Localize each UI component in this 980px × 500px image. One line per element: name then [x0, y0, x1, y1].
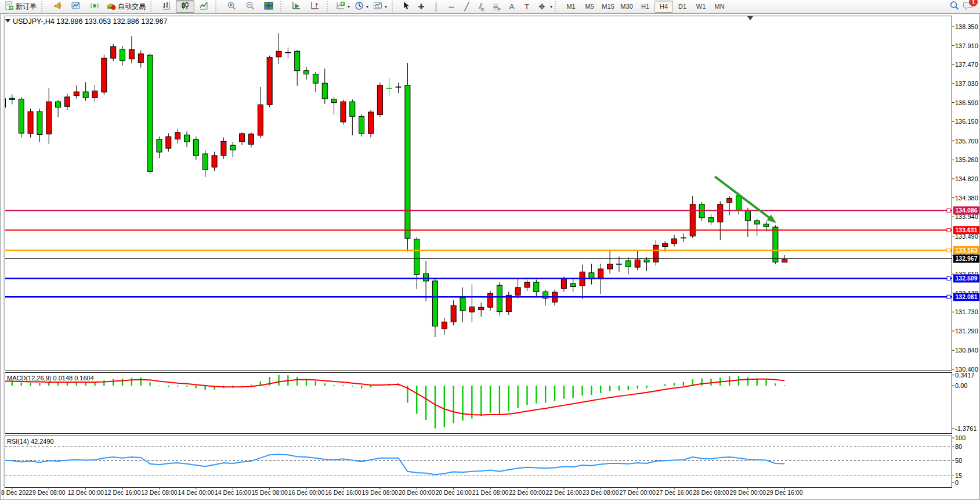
new-order-button[interactable]: 新订单: [2, 0, 39, 13]
periods-button[interactable]: ▾: [352, 0, 371, 13]
svg-text:137.470: 137.470: [955, 61, 978, 68]
svg-text:15: 15: [955, 472, 962, 479]
svg-text:12 Dec 16:00: 12 Dec 16:00: [104, 489, 141, 496]
trading-platform-window: 新订单 自动交易: [0, 0, 980, 500]
svg-text:137.910: 137.910: [955, 42, 978, 49]
chart-canvas[interactable]: 138.350137.910137.470137.030136.590136.1…: [0, 0, 980, 500]
main-toolbar: 新订单 自动交易: [0, 0, 980, 13]
zoom-in-button[interactable]: [222, 0, 241, 13]
svg-text:134.380: 134.380: [955, 195, 978, 202]
text-tool[interactable]: A: [504, 0, 519, 13]
svg-text:9 Dec 08:00: 9 Dec 08:00: [32, 489, 66, 496]
notification-badge: 1: [969, 0, 978, 6]
timeframe-h4[interactable]: H4: [654, 1, 673, 13]
svg-text:27 Dec 00:00: 27 Dec 00:00: [619, 489, 656, 496]
rsi-label: RSI(14) 42.2490: [7, 438, 54, 445]
candlestick-chart-type-button[interactable]: [176, 0, 194, 13]
timeframe-mn[interactable]: MN: [710, 1, 729, 13]
svg-text:138.350: 138.350: [955, 23, 978, 30]
separator: [280, 1, 285, 12]
horizontal-line-tool[interactable]: ─: [444, 0, 459, 13]
svg-text:0.00: 0.00: [955, 382, 967, 389]
auto-scroll-icon: [292, 1, 301, 12]
new-order-label: 新订单: [16, 2, 37, 12]
fibonacci-tool[interactable]: ≣F: [489, 0, 504, 13]
chart-title: USDJPY-,H4 132.886 133.053 132.886 132.9…: [13, 17, 167, 26]
templates-button[interactable]: ▾: [371, 0, 389, 13]
indicators-button[interactable]: ▾: [334, 0, 352, 13]
cursor-tool-button[interactable]: [399, 0, 414, 13]
svg-text:8 Dec 2022: 8 Dec 2022: [1, 489, 32, 496]
zoom-in-icon: [227, 1, 237, 12]
svg-text:16 Dec 16:00: 16 Dec 16:00: [325, 489, 361, 496]
svg-text:132.081: 132.081: [956, 293, 978, 300]
timeframe-w1[interactable]: W1: [692, 1, 710, 13]
svg-text:134.820: 134.820: [955, 175, 978, 182]
svg-text:29 Dec 16:00: 29 Dec 16:00: [766, 489, 803, 496]
chart-window-button[interactable]: [67, 0, 85, 13]
candlestick-chart-icon: [180, 1, 190, 12]
chevron-down-icon: ▾: [366, 4, 368, 9]
search-icon[interactable]: [949, 1, 960, 13]
svg-text:130.840: 130.840: [955, 347, 978, 354]
new-order-icon: [5, 1, 14, 12]
indicators-icon: [336, 1, 345, 12]
text-label-tool[interactable]: T: [519, 0, 534, 13]
templates-icon: [373, 1, 382, 12]
market-watch-button[interactable]: [48, 0, 67, 13]
svg-text:133.631: 133.631: [956, 226, 978, 233]
arrows-tool[interactable]: ✥: [534, 0, 549, 13]
svg-text:80: 80: [955, 443, 962, 450]
chart-shift-icon: [310, 1, 320, 12]
svg-text:135.700: 135.700: [955, 138, 978, 145]
chat-icon[interactable]: 1: [963, 1, 974, 13]
tile-windows-icon: [264, 1, 273, 12]
chart-shift-button[interactable]: [306, 0, 324, 13]
timeframe-h1[interactable]: H1: [636, 1, 654, 13]
svg-text:132.967: 132.967: [956, 255, 978, 262]
svg-text:13 Dec 08:00: 13 Dec 08:00: [141, 489, 178, 496]
chevron-down-icon: ▾: [385, 4, 387, 9]
timeframe-m15[interactable]: M15: [599, 1, 617, 13]
horn-icon: [53, 1, 62, 12]
equidistant-channel-tool[interactable]: ⫽E: [474, 0, 489, 13]
crosshair-tool[interactable]: ✚: [414, 0, 429, 13]
auto-scroll-button[interactable]: [287, 0, 306, 13]
svg-text:16 Dec 00:00: 16 Dec 00:00: [288, 489, 325, 496]
svg-text:131.730: 131.730: [955, 308, 978, 315]
svg-text:0.3417: 0.3417: [955, 372, 975, 379]
svg-text:0: 0: [955, 479, 959, 486]
svg-text:133.163: 133.163: [956, 247, 978, 254]
svg-text:136.590: 136.590: [955, 99, 978, 106]
time-axis[interactable]: 8 Dec 20229 Dec 08:0012 Dec 00:0012 Dec …: [1, 487, 803, 496]
timeframe-m5[interactable]: M5: [580, 1, 599, 13]
svg-text:28 Dec 08:00: 28 Dec 08:00: [693, 489, 729, 496]
svg-text:131.290: 131.290: [955, 328, 978, 334]
line-chart-icon: [199, 1, 208, 12]
bar-chart-type-button[interactable]: [157, 0, 176, 13]
chart-area[interactable]: 138.350137.910137.470137.030136.590136.1…: [0, 0, 980, 500]
chevron-down-icon: ▾: [550, 4, 552, 9]
svg-text:134.086: 134.086: [956, 207, 978, 214]
bar-chart-icon: [162, 1, 171, 12]
svg-text:15 Dec 08:00: 15 Dec 08:00: [251, 489, 288, 496]
broadcast-button[interactable]: [85, 0, 104, 13]
separator: [215, 1, 220, 12]
auto-trading-label: 自动交易: [118, 2, 146, 12]
svg-text:19 Dec 08:00: 19 Dec 08:00: [362, 489, 399, 496]
trendline-tool[interactable]: ╱: [459, 0, 474, 13]
line-chart-type-button[interactable]: [194, 0, 213, 13]
zoom-out-button[interactable]: [241, 0, 259, 13]
svg-text:-1.3761: -1.3761: [955, 425, 977, 432]
timeframe-d1[interactable]: D1: [673, 1, 692, 13]
tile-windows-button[interactable]: [259, 0, 278, 13]
vertical-line-tool[interactable]: │: [429, 0, 444, 13]
separator: [555, 1, 559, 12]
separator: [150, 1, 155, 12]
auto-trading-button[interactable]: 自动交易: [104, 0, 148, 13]
drawing-tools-group: ✚│─╱⫽E≣FAT✥▾: [414, 0, 552, 13]
svg-text:135.260: 135.260: [955, 156, 978, 163]
timeframe-m30[interactable]: M30: [617, 1, 636, 13]
timeframe-m1[interactable]: M1: [562, 1, 580, 13]
svg-text:137.030: 137.030: [955, 80, 978, 87]
